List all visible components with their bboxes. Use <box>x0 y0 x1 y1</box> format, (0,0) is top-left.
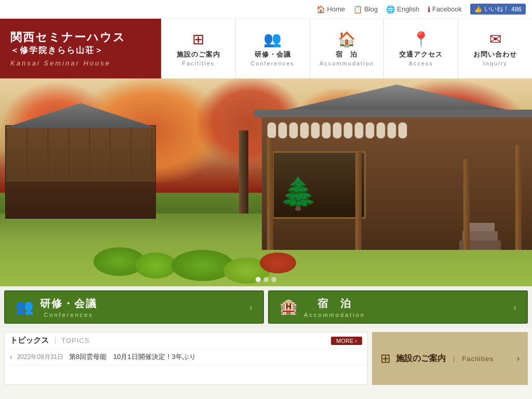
roof-eave <box>254 110 532 117</box>
pine-panel: 🌲 <box>272 151 366 219</box>
main-nav: ⊞ 施設のご案内 Facilities 👥 研修・会議 Conferences … <box>161 19 532 78</box>
dot-1[interactable] <box>256 277 261 282</box>
nav-accommodation[interactable]: 🏠 宿 泊 Accommodation <box>310 19 384 78</box>
bush-2 <box>135 252 177 278</box>
inquiry-nav-icon: ✉ <box>489 31 501 48</box>
thumbs-up-icon: 👍 <box>474 6 482 13</box>
conferences-nav-icon: 👥 <box>263 31 282 48</box>
topics-header: トピックス | TOPICS MORE › <box>5 332 367 349</box>
facilities-nav-icon: ⊞ <box>192 31 204 48</box>
shoji-screens <box>267 120 527 141</box>
accommodation-banner[interactable]: 🏨 宿 泊 Accommodation › <box>268 290 528 324</box>
conferences-banner[interactable]: 👥 研修・会議 Conferences › <box>4 290 264 324</box>
slider-dots <box>256 277 276 282</box>
home-link[interactable]: 🏠 Home <box>316 5 345 14</box>
conferences-banner-icon: 👥 <box>16 298 34 315</box>
logo-japanese: 関西セミナーハウス ＜修学院きらら山荘＞ <box>10 30 126 56</box>
accommodation-banner-icon: 🏨 <box>280 298 298 315</box>
facebook-icon: ℹ <box>428 5 430 14</box>
building-left-windows <box>6 126 155 181</box>
facilities-side-icon: ⊞ <box>380 351 391 366</box>
logo-english: Kansai Seminar House <box>10 59 111 67</box>
topic-row-arrow: › <box>10 354 12 360</box>
dot-3[interactable] <box>271 277 276 282</box>
access-nav-icon: 📍 <box>412 31 430 48</box>
blog-link[interactable]: 📋 Blog <box>353 5 378 14</box>
accommodation-nav-icon: 🏠 <box>338 31 356 48</box>
bush-3 <box>171 250 234 281</box>
home-icon: 🏠 <box>316 5 325 14</box>
nav-conferences[interactable]: 👥 研修・会議 Conferences <box>235 19 310 78</box>
building-left <box>5 125 156 219</box>
bottom-section: トピックス | TOPICS MORE › › 2022年08月31日 第8回雲… <box>0 328 532 389</box>
more-arrow-icon: › <box>355 338 357 344</box>
accommodation-arrow-icon: › <box>513 302 516 313</box>
tree-trunk <box>239 130 248 214</box>
globe-icon: 🌐 <box>386 5 395 14</box>
topics-area: トピックス | TOPICS MORE › › 2022年08月31日 第8回雲… <box>4 332 368 385</box>
building-right: 🌲 <box>262 110 532 250</box>
nav-access[interactable]: 📍 交通アクセス Access <box>383 19 458 78</box>
topics-title: トピックス | TOPICS <box>10 336 89 345</box>
header: 関西セミナーハウス ＜修学院きらら山荘＞ Kansai Seminar Hous… <box>0 19 532 78</box>
top-bar: 🏠 Home 📋 Blog 🌐 English ℹ Facebook 👍 いいね… <box>0 0 532 19</box>
facilities-arrow-icon: › <box>517 354 520 363</box>
facebook-link[interactable]: ℹ Facebook <box>428 5 462 14</box>
blog-icon: 📋 <box>353 5 362 14</box>
red-bush <box>260 252 296 273</box>
banner-row: 👥 研修・会議 Conferences › 🏨 宿 泊 Accommodatio… <box>0 286 532 328</box>
nav-facilities[interactable]: ⊞ 施設のご案内 Facilities <box>161 19 235 78</box>
english-link[interactable]: 🌐 English <box>386 5 419 14</box>
nav-inquiry[interactable]: ✉ お問い合わせ Inquiry <box>458 19 532 78</box>
hero-image: 🌲 <box>0 78 532 286</box>
topics-more-button[interactable]: MORE › <box>331 337 362 345</box>
conferences-arrow-icon: › <box>249 302 252 313</box>
facilities-side-button[interactable]: ⊞ 施設のご案内 | Facilities › <box>372 332 528 385</box>
topic-row[interactable]: › 2022年08月31日 第8回雲母能 10月1日開催決定！3年ぶり <box>5 349 367 365</box>
facebook-like-button[interactable]: 👍 いいね！ 486 <box>470 4 526 15</box>
dot-2[interactable] <box>263 277 269 282</box>
logo-area: 関西セミナーハウス ＜修学院きらら山荘＞ Kansai Seminar Hous… <box>0 19 161 78</box>
